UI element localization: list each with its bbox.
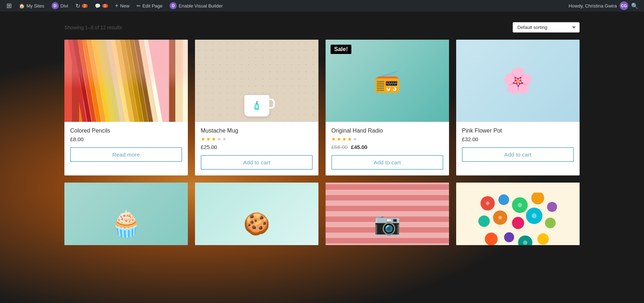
- product-card-colorful-buttons: [456, 183, 580, 245]
- svg-rect-13: [123, 40, 144, 122]
- howdy-text: Howdy, Christina Gwira: [569, 3, 617, 9]
- star-4: ★: [217, 136, 221, 142]
- updates-button[interactable]: ↻ 3: [72, 0, 91, 11]
- product-image-pink-flower-pot: 🌸: [456, 40, 580, 122]
- product-price-mustache-mug: £25.00: [201, 144, 313, 150]
- edit-page-label: Edit Page: [142, 3, 162, 9]
- wp-icon: ⊞: [6, 2, 12, 10]
- product-info-pink-flower-pot: Pink Flower Pot £32.00 Add to cart: [456, 122, 580, 168]
- wp-logo-button[interactable]: ⊞: [3, 0, 15, 11]
- svg-point-28: [545, 218, 556, 228]
- main-content: Showing 1–8 of 12 results Default sortin…: [0, 11, 644, 303]
- camera-emoji: 📷: [374, 211, 401, 237]
- product-image-colored-pencils: [64, 40, 188, 122]
- mustache-icon: 🧴: [252, 101, 262, 110]
- add-to-cart-button-original-hand-radio[interactable]: Add to cart: [331, 155, 443, 170]
- divi-button[interactable]: D Divi: [48, 0, 72, 11]
- svg-rect-9: [104, 40, 126, 122]
- svg-point-37: [523, 240, 527, 245]
- my-sites-label: My Sites: [26, 3, 44, 9]
- product-name-original-hand-radio: Original Hand Radio: [331, 128, 443, 134]
- radio-emoji: 📻: [374, 68, 401, 94]
- avatar[interactable]: CG: [620, 1, 628, 10]
- divi-icon: D: [52, 2, 59, 9]
- search-icon[interactable]: 🔍: [631, 3, 638, 9]
- product-price-original-hand-radio: £56.00 £45.00: [331, 144, 443, 150]
- product-name-pink-flower-pot: Pink Flower Pot: [462, 128, 574, 134]
- svg-rect-11: [113, 40, 135, 122]
- visual-builder-label: Enable Visual Builder: [179, 3, 223, 9]
- flower-emoji: 🌸: [502, 66, 533, 95]
- divi-visual-builder-icon: D: [170, 2, 177, 9]
- svg-rect-0: [83, 40, 169, 122]
- macaron-emoji: 🍪: [243, 211, 270, 237]
- svg-rect-5: [86, 40, 107, 122]
- plus-icon: +: [115, 3, 118, 9]
- product-info-colored-pencils: Colored Pencils £8.00 Read more: [64, 122, 188, 168]
- add-to-cart-button-pink-flower-pot[interactable]: Add to cart: [462, 147, 574, 162]
- original-price: £56.00: [331, 144, 348, 150]
- pencil-icon: ✏: [137, 3, 141, 9]
- svg-rect-15: [132, 40, 153, 122]
- svg-rect-1: [68, 40, 89, 122]
- product-card-colored-pencils: Colored Pencils £8.00 Read more: [64, 40, 188, 175]
- product-price-pink-flower-pot: £32.00: [462, 136, 574, 142]
- svg-rect-4: [82, 40, 103, 122]
- product-card-macarons: Sale! 🍪: [195, 183, 318, 245]
- new-label: New: [120, 3, 130, 9]
- sort-dropdown[interactable]: Default sorting Sort by popularity Sort …: [513, 22, 580, 33]
- sale-badge-radio: Sale!: [331, 45, 351, 54]
- product-info-mustache-mug: Mustache Mug ★ ★ ★ ★ ★ £25.00 Add to car…: [195, 122, 318, 175]
- updates-icon: ↻: [75, 3, 80, 9]
- product-grid: Colored Pencils £8.00 Read more 🧴 Mustac…: [64, 40, 580, 245]
- star-4: ★: [347, 136, 352, 142]
- product-info-original-hand-radio: Original Hand Radio ★ ★ ★ ★ ★ £56.00 £45…: [326, 122, 449, 175]
- star-1: ★: [331, 136, 336, 142]
- admin-bar: ⊞ 🏠 My Sites D Divi ↻ 3 💬 0 + New ✏ Edit…: [0, 0, 644, 11]
- svg-rect-8: [100, 40, 121, 122]
- product-rating-original-hand-radio: ★ ★ ★ ★ ★: [331, 136, 443, 142]
- updates-count: 3: [82, 4, 88, 8]
- product-card-mustache-mug: 🧴 Mustache Mug ★ ★ ★ ★ ★ £25.00 Add to c…: [195, 40, 318, 175]
- svg-point-34: [518, 203, 522, 207]
- product-image-colorful-buttons: [456, 183, 580, 245]
- product-card-cupcake: 🧁: [64, 183, 188, 245]
- svg-point-33: [486, 202, 489, 205]
- svg-rect-16: [136, 40, 158, 122]
- comments-button[interactable]: 💬 0: [91, 0, 112, 11]
- my-sites-button[interactable]: 🏠 My Sites: [15, 0, 48, 11]
- comments-icon: 💬: [95, 3, 101, 9]
- product-image-cupcake: 🧁: [64, 183, 188, 245]
- comments-count: 0: [102, 4, 108, 8]
- star-3: ★: [211, 136, 216, 142]
- svg-point-32: [537, 233, 549, 245]
- svg-point-29: [485, 233, 498, 245]
- svg-point-35: [498, 216, 502, 219]
- svg-rect-6: [91, 40, 112, 122]
- product-price-colored-pencils: £8.00: [70, 136, 182, 142]
- svg-rect-12: [118, 40, 140, 122]
- home-icon: 🏠: [19, 3, 25, 9]
- svg-point-20: [498, 194, 509, 205]
- star-5: ★: [353, 136, 357, 142]
- star-2: ★: [206, 136, 211, 142]
- product-card-pink-flower-pot: 🌸 Pink Flower Pot £32.00 Add to cart: [456, 40, 580, 175]
- edit-page-button[interactable]: ✏ Edit Page: [133, 0, 166, 11]
- svg-rect-3: [77, 40, 98, 122]
- add-to-cart-button-mustache-mug[interactable]: Add to cart: [201, 155, 313, 170]
- product-card-vintage-camera: 📷: [326, 183, 449, 245]
- product-name-colored-pencils: Colored Pencils: [70, 128, 182, 134]
- svg-rect-2: [72, 40, 94, 122]
- divi-label: Divi: [60, 3, 68, 9]
- svg-rect-7: [95, 40, 117, 122]
- read-more-button-colored-pencils[interactable]: Read more: [70, 147, 182, 162]
- admin-bar-right: Howdy, Christina Gwira CG 🔍: [569, 1, 641, 10]
- shop-header: Showing 1–8 of 12 results Default sortin…: [64, 22, 580, 33]
- cupcake-emoji: 🧁: [111, 209, 142, 238]
- visual-builder-button[interactable]: D Enable Visual Builder: [166, 0, 226, 11]
- new-button[interactable]: + New: [112, 0, 133, 11]
- sale-price: £45.00: [351, 144, 367, 150]
- product-rating-mustache-mug: ★ ★ ★ ★ ★: [201, 136, 313, 142]
- svg-rect-10: [109, 40, 130, 122]
- product-name-mustache-mug: Mustache Mug: [201, 128, 313, 134]
